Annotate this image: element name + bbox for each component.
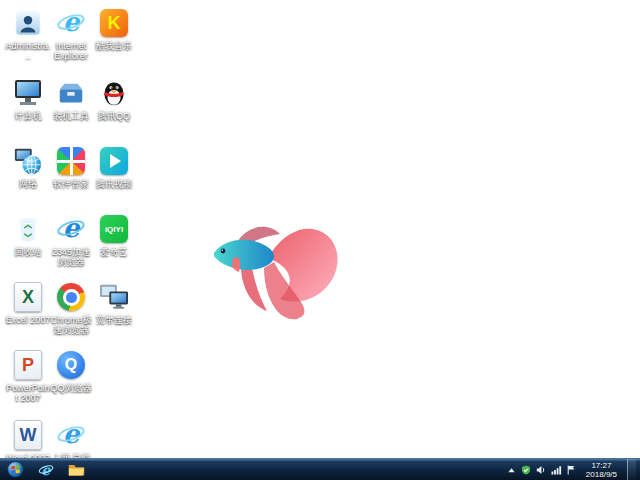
start-button[interactable] xyxy=(0,459,31,480)
svg-text:e: e xyxy=(63,420,81,449)
taskbar-clock[interactable]: 17:27 2018/9/5 xyxy=(581,461,622,479)
icon-label: 网络 xyxy=(19,179,37,189)
software-manager-icon xyxy=(54,144,88,178)
icon-label: Internet Explorer xyxy=(48,41,94,61)
folder-icon xyxy=(68,463,85,477)
icon-label: 宽带连接 xyxy=(96,315,132,325)
bubble xyxy=(155,156,169,170)
windows-start-orb-icon xyxy=(7,461,24,478)
antivirus-shield-icon[interactable] xyxy=(521,461,531,479)
bubble xyxy=(192,189,199,196)
icon-label: QQ浏览器 xyxy=(50,383,91,393)
desktop-icon-software-manager[interactable]: 软件管家 xyxy=(48,144,94,208)
icon-label: Chrome极速浏览器 xyxy=(48,315,94,335)
icon-label: 酷我音乐 xyxy=(96,41,132,51)
icon-label: Administra... xyxy=(5,41,51,61)
desktop-icon-tencent-video[interactable]: 腾讯视频 xyxy=(91,144,137,208)
hidden-icons-arrow[interactable] xyxy=(507,461,516,479)
chrome-icon xyxy=(54,280,88,314)
icon-label: 爱奇艺 xyxy=(101,247,128,257)
2345-browser-icon: e xyxy=(54,212,88,246)
icon-label: 计算机 xyxy=(15,111,42,121)
action-center-flag-icon[interactable] xyxy=(567,461,576,479)
kuwo-music-icon: K xyxy=(97,6,131,40)
tencent-video-icon xyxy=(97,144,131,178)
betta-fish-image xyxy=(196,198,346,328)
desktop-icon-kuwo-music[interactable]: K 酷我音乐 xyxy=(91,6,137,70)
icon-label: 腾讯QQ xyxy=(98,111,130,121)
show-desktop-button[interactable] xyxy=(627,459,636,480)
qq-penguin-icon xyxy=(97,76,131,110)
taskbar-internet-explorer-button[interactable]: e xyxy=(31,459,61,480)
system-tray: 17:27 2018/9/5 xyxy=(507,459,640,480)
broadband-monitors-icon xyxy=(97,280,131,314)
svg-text:e: e xyxy=(63,8,81,37)
icon-label: 装机工具 xyxy=(53,111,89,121)
svg-text:e: e xyxy=(63,214,81,243)
recycle-bin-icon xyxy=(11,212,45,246)
volume-icon[interactable] xyxy=(536,461,546,479)
navigation-browser-icon: e xyxy=(54,418,88,452)
desktop-icon-2345-browser[interactable]: e 2345加速浏览器 xyxy=(48,212,94,276)
clock-date: 2018/9/5 xyxy=(586,470,617,479)
icon-label: PowerPoint 2007 xyxy=(5,383,51,403)
icon-label: 2345加速浏览器 xyxy=(48,247,94,267)
desktop-icon-iqiyi[interactable]: iQIYI 爱奇艺 xyxy=(91,212,137,276)
internet-explorer-icon: e xyxy=(54,6,88,40)
network-icon[interactable] xyxy=(551,461,562,479)
desktop-icon-qq-browser[interactable]: Q QQ浏览器 xyxy=(48,348,94,412)
clock-time: 17:27 xyxy=(586,461,617,470)
bubble xyxy=(181,139,190,148)
iqiyi-icon: iQIYI xyxy=(97,212,131,246)
computer-icon xyxy=(11,76,45,110)
word-icon: W xyxy=(11,418,45,452)
desktop-icon-network[interactable]: 网络 xyxy=(5,144,51,208)
desktop-icon-chrome-browser[interactable]: Chrome极速浏览器 xyxy=(48,280,94,344)
desktop-icon-excel-2007[interactable]: X Excel 2007 xyxy=(5,280,51,344)
desktop-icon-broadband-connection[interactable]: 宽带连接 xyxy=(91,280,137,344)
bubble xyxy=(148,136,155,143)
desktop: Administra... 计算机 网络 回收站 X Excel 2007 P … xyxy=(0,0,640,480)
desktop-icon-recycle-bin[interactable]: 回收站 xyxy=(5,212,51,276)
bubble xyxy=(175,176,185,186)
desktop-icon-administrator[interactable]: Administra... xyxy=(5,6,51,70)
taskbar-explorer-button[interactable] xyxy=(61,459,92,480)
desktop-icon-powerpoint-2007[interactable]: P PowerPoint 2007 xyxy=(5,348,51,412)
desktop-icon-tencent-qq[interactable]: 腾讯QQ xyxy=(91,76,137,140)
desktop-icon-zhuangji-tools[interactable]: 装机工具 xyxy=(48,76,94,140)
icon-label: 软件管家 xyxy=(53,179,89,189)
icon-label: 回收站 xyxy=(15,247,42,257)
icon-label: Excel 2007 xyxy=(6,315,51,325)
powerpoint-icon: P xyxy=(11,348,45,382)
user-files-icon xyxy=(11,6,45,40)
taskbar: e 17:27 2018/9/5 xyxy=(0,458,640,480)
svg-text:e: e xyxy=(42,462,52,478)
excel-icon: X xyxy=(11,280,45,314)
desktop-icon-internet-explorer[interactable]: e Internet Explorer xyxy=(48,6,94,70)
qq-browser-icon: Q xyxy=(54,348,88,382)
internet-explorer-icon: e xyxy=(38,462,54,478)
toolbox-icon xyxy=(54,76,88,110)
network-globe-icon xyxy=(11,144,45,178)
desktop-icon-computer[interactable]: 计算机 xyxy=(5,76,51,140)
bubble xyxy=(163,116,175,128)
icon-label: 腾讯视频 xyxy=(96,179,132,189)
